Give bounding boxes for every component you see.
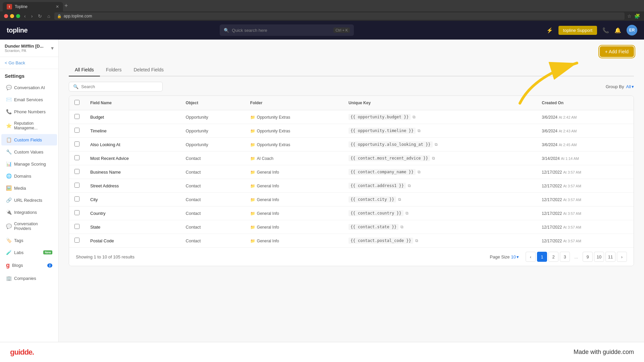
go-back-link[interactable]: < Go Back bbox=[0, 57, 58, 69]
page-size-label: Page Size bbox=[490, 254, 509, 259]
global-search-bar[interactable]: 🔍 Quick search here Ctrl + K bbox=[220, 24, 354, 36]
row-checkbox[interactable] bbox=[74, 169, 79, 174]
copy-icon[interactable]: ⧉ bbox=[408, 183, 411, 188]
group-by-select[interactable]: All ▾ bbox=[626, 84, 634, 89]
lightning-icon[interactable]: ⚡ bbox=[546, 27, 553, 34]
sidebar-item-email-services[interactable]: ✉️ Email Services bbox=[1, 94, 57, 105]
page-3-button[interactable]: 3 bbox=[560, 252, 570, 262]
sidebar-item-conversation-providers[interactable]: 💬 Conversation Providers bbox=[1, 219, 57, 234]
sidebar-item-blogs[interactable]: g Blogs 2 bbox=[1, 259, 57, 272]
folder-icon: 📁 bbox=[250, 129, 255, 133]
copy-icon[interactable]: ⧉ bbox=[432, 156, 435, 161]
sidebar-item-media[interactable]: 🖼️ Media bbox=[1, 182, 57, 194]
row-checkbox[interactable] bbox=[74, 224, 79, 229]
tab-favicon: t bbox=[7, 4, 12, 9]
copy-icon[interactable]: ⧉ bbox=[435, 142, 438, 147]
row-checkbox[interactable] bbox=[74, 128, 79, 133]
user-avatar[interactable]: ER bbox=[627, 25, 637, 36]
page-size-select[interactable]: 10 ▾ bbox=[511, 254, 519, 259]
chevron-down-icon: ▾ bbox=[51, 45, 54, 51]
row-folder: 📁 General Info bbox=[245, 193, 343, 206]
copy-icon[interactable]: ⧉ bbox=[400, 225, 404, 229]
table-search-input[interactable] bbox=[81, 84, 158, 89]
row-checkbox[interactable] bbox=[74, 183, 79, 188]
close-traffic-light[interactable] bbox=[4, 14, 8, 18]
row-folder: 📁 AI Coach bbox=[245, 152, 343, 165]
page-11-button[interactable]: 11 bbox=[605, 252, 615, 262]
sidebar-item-companies[interactable]: 🏢 Companies bbox=[1, 273, 57, 284]
copy-icon[interactable]: ⧉ bbox=[413, 115, 416, 119]
prev-page-button[interactable]: ‹ bbox=[526, 252, 536, 262]
sidebar-item-custom-values[interactable]: 🔧 Custom Values bbox=[1, 146, 57, 158]
sidebar-item-tags[interactable]: 🏷️ Tags bbox=[1, 235, 57, 246]
org-selector[interactable]: Dunder Mifflin [D... Scranton, PA ▾ bbox=[0, 40, 58, 57]
forward-button[interactable]: › bbox=[30, 13, 34, 19]
sidebar-label: Custom Values bbox=[14, 149, 43, 155]
back-button[interactable]: ‹ bbox=[23, 13, 27, 19]
support-button[interactable]: topline Support bbox=[558, 26, 597, 35]
app-logo: topline bbox=[7, 26, 28, 34]
tab-deleted-fields[interactable]: Deleted Fields bbox=[127, 64, 170, 76]
sidebar-item-reputation[interactable]: ⭐ Reputation Manageme... bbox=[1, 118, 57, 133]
row-checkbox-cell bbox=[69, 206, 85, 220]
bookmark-icon[interactable]: ☆ bbox=[627, 13, 632, 19]
unique-key-value: {{ contact.country }} bbox=[348, 210, 404, 216]
sidebar-item-integrations[interactable]: 🔌 Integrations bbox=[1, 206, 57, 218]
th-created-on: Created On bbox=[536, 96, 634, 110]
sidebar-item-domains[interactable]: 🌐 Domains bbox=[1, 170, 57, 182]
sidebar-item-conversation-ai[interactable]: 💬 Conversation AI bbox=[1, 82, 57, 93]
sidebar-item-custom-fields[interactable]: 📋 Custom Fields bbox=[1, 134, 57, 145]
row-checkbox[interactable] bbox=[74, 196, 79, 201]
copy-icon[interactable]: ⧉ bbox=[418, 170, 421, 174]
tag-icon: 🏷️ bbox=[6, 238, 11, 243]
tab-folders[interactable]: Folders bbox=[100, 64, 128, 76]
row-checkbox[interactable] bbox=[74, 238, 79, 243]
row-field-name: Street Address bbox=[85, 179, 180, 193]
row-created-on: 3/6/2024 At 2:45 AM bbox=[536, 138, 634, 152]
sidebar-label: Blogs bbox=[12, 263, 23, 268]
sidebar: Dunder Mifflin [D... Scranton, PA ▾ < Go… bbox=[0, 40, 59, 362]
maximize-traffic-light[interactable] bbox=[16, 14, 20, 18]
page-9-button[interactable]: 9 bbox=[583, 252, 593, 262]
row-checkbox[interactable] bbox=[74, 114, 79, 119]
page-1-button[interactable]: 1 bbox=[537, 252, 547, 262]
row-folder: 📁 Opportunity Extras bbox=[245, 124, 343, 138]
sidebar-item-labs[interactable]: 🧪 Labs New bbox=[1, 247, 57, 258]
unique-key-value: {{ contact.postal_code }} bbox=[348, 238, 413, 244]
sidebar-item-url-redirects[interactable]: 🔗 URL Redirects bbox=[1, 194, 57, 206]
table-search-wrap[interactable]: 🔍 bbox=[69, 82, 163, 92]
traffic-lights bbox=[4, 14, 20, 18]
settings-title: Settings bbox=[0, 69, 58, 81]
sidebar-label: Conversation AI bbox=[14, 85, 45, 90]
row-checkbox-cell bbox=[69, 193, 85, 206]
row-checkbox[interactable] bbox=[74, 141, 79, 146]
extensions-icon[interactable]: 🧩 bbox=[634, 13, 640, 19]
sidebar-item-phone-numbers[interactable]: 📞 Phone Numbers bbox=[1, 106, 57, 117]
address-bar[interactable]: 🔒 app.topline.com bbox=[54, 12, 625, 20]
page-2-button[interactable]: 2 bbox=[548, 252, 558, 262]
next-page-button[interactable]: › bbox=[617, 252, 627, 262]
active-tab[interactable]: t Topline ✕ bbox=[3, 2, 63, 11]
row-checkbox[interactable] bbox=[74, 155, 79, 160]
sidebar-item-scoring[interactable]: 📊 Manage Scoring bbox=[1, 158, 57, 170]
phone-icon[interactable]: 📞 bbox=[602, 27, 609, 34]
bell-icon[interactable]: 🔔 bbox=[614, 27, 621, 34]
refresh-button[interactable]: ↻ bbox=[37, 13, 43, 19]
search-icon: 🔍 bbox=[224, 28, 229, 33]
copy-icon[interactable]: ⧉ bbox=[406, 211, 409, 216]
page-10-button[interactable]: 10 bbox=[594, 252, 604, 262]
minimize-traffic-light[interactable] bbox=[10, 14, 14, 18]
tab-all-fields[interactable]: All Fields bbox=[69, 64, 100, 76]
copy-icon[interactable]: ⧉ bbox=[418, 128, 421, 133]
row-unique-key: {{ opportunity.budget }} ⧉ bbox=[343, 110, 536, 124]
add-field-button[interactable]: + Add Field bbox=[600, 46, 634, 57]
row-field-name: Country bbox=[85, 206, 180, 220]
scoring-icon: 📊 bbox=[6, 161, 11, 167]
copy-icon[interactable]: ⧉ bbox=[415, 238, 418, 243]
copy-icon[interactable]: ⧉ bbox=[398, 197, 401, 202]
new-tab-button[interactable]: + bbox=[64, 2, 68, 9]
tab-close-icon[interactable]: ✕ bbox=[56, 4, 59, 9]
select-all-checkbox[interactable] bbox=[74, 100, 79, 105]
home-button[interactable]: ⌂ bbox=[46, 13, 51, 19]
row-checkbox[interactable] bbox=[74, 210, 79, 215]
